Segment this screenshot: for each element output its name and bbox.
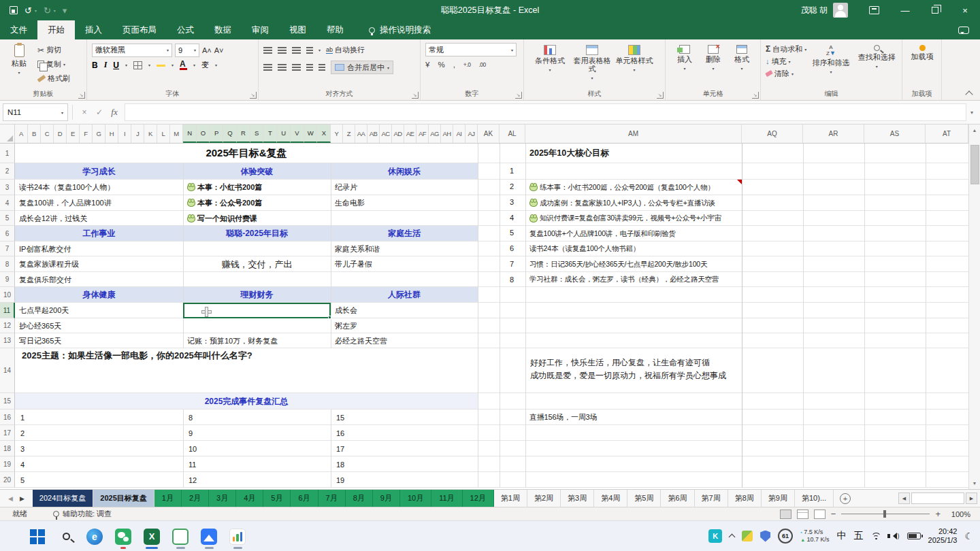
cell[interactable]: 七点早起200天: [15, 303, 183, 318]
sheet-tab-week[interactable]: 第1周: [494, 490, 527, 507]
cell[interactable]: 19: [336, 472, 344, 488]
column-header[interactable]: Z: [343, 124, 355, 143]
sheet-tab-week[interactable]: 第10)...: [795, 490, 834, 507]
cell[interactable]: 17: [336, 441, 344, 456]
hscroll-right-icon[interactable]: ▶: [966, 492, 977, 504]
cell[interactable]: 8: [189, 410, 197, 425]
expand-formula-bar-icon[interactable]: ▾: [970, 110, 973, 116]
scroll-down-icon[interactable]: ▼: [969, 478, 980, 489]
cell[interactable]: 6: [500, 241, 524, 256]
save-icon[interactable]: [10, 6, 18, 14]
conditional-formatting-button[interactable]: 条件格式▾: [529, 43, 571, 89]
column-header[interactable]: A: [15, 124, 28, 143]
alignment-dialog-launcher[interactable]: ↘: [412, 92, 419, 99]
cell[interactable]: 家庭关系和谐: [331, 241, 478, 256]
tray-app-icon[interactable]: K: [708, 529, 722, 543]
night-mode-icon[interactable]: ☾: [964, 531, 973, 541]
cell[interactable]: 5: [20, 472, 24, 488]
sort-filter-button[interactable]: AZ▼ 排序和筛选▾: [809, 43, 852, 89]
row-header-selected[interactable]: 11: [0, 303, 15, 318]
column-header[interactable]: AG: [429, 124, 441, 143]
cell[interactable]: 7: [500, 256, 524, 272]
row-header[interactable]: 8: [0, 256, 15, 272]
panel-item[interactable]: 习惯：日记365天/抄心经365天/七点早起200天/散步100天: [525, 256, 741, 272]
column-header[interactable]: AB: [368, 124, 380, 143]
column-header[interactable]: H: [105, 124, 118, 143]
start-button[interactable]: [29, 524, 46, 549]
zoom-out-icon[interactable]: −: [831, 509, 836, 519]
cell[interactable]: 生命电影: [331, 195, 478, 211]
sheet-tab-month[interactable]: 7月: [318, 490, 346, 507]
styles-dialog-launcher[interactable]: ↘: [657, 92, 664, 99]
fill-color-button[interactable]: [157, 64, 165, 67]
sheet-tab-week[interactable]: 第6周: [661, 490, 694, 507]
font-family-select[interactable]: 微软雅黑▾: [92, 44, 172, 57]
align-left-icon[interactable]: [263, 64, 272, 71]
column-header[interactable]: AT: [926, 124, 968, 143]
cell[interactable]: 写一个知识付费课: [183, 211, 331, 226]
align-top-icon[interactable]: [263, 47, 272, 54]
motivation-note[interactable]: 好好工作，快乐生活，用心复盘，让生命有迹可循 成功既是爱，爱是一切原动力，祝福所…: [530, 356, 726, 382]
shrink-font-button[interactable]: A˅: [214, 43, 224, 57]
align-bottom-icon[interactable]: [292, 47, 301, 54]
cell[interactable]: 8: [500, 271, 524, 287]
increase-indent-icon[interactable]: [318, 64, 325, 71]
cell[interactable]: 复盘家族课程升级: [15, 256, 183, 272]
underline-button[interactable]: U: [113, 61, 119, 70]
column-header[interactable]: AC: [380, 124, 392, 143]
cell[interactable]: 16: [336, 425, 344, 441]
sheet-tab-month[interactable]: 1月: [154, 490, 182, 507]
tab-view[interactable]: 视图: [279, 20, 316, 39]
cell[interactable]: IP创富私教交付: [15, 241, 183, 256]
column-header[interactable]: AJ: [466, 124, 478, 143]
user-name[interactable]: 茂聪 胡: [801, 5, 828, 16]
font-dialog-launcher[interactable]: ↘: [250, 92, 257, 99]
tray-expand-icon[interactable]: [729, 534, 736, 541]
column-header-selected[interactable]: R: [237, 124, 250, 143]
cloud-docs-button[interactable]: [200, 524, 218, 549]
cell[interactable]: 3: [20, 441, 24, 456]
font-color-button[interactable]: A: [180, 61, 187, 70]
zoom-level[interactable]: 100%: [946, 510, 970, 518]
cell[interactable]: 4: [20, 456, 24, 472]
column-header[interactable]: AE: [404, 124, 416, 143]
phonetic-button[interactable]: 变: [201, 60, 209, 70]
copy-button[interactable]: 复制▾: [37, 57, 70, 71]
column-header[interactable]: K: [144, 124, 157, 143]
align-right-icon[interactable]: [292, 64, 301, 71]
column-header[interactable]: AA: [355, 124, 368, 143]
ime-indicator[interactable]: 中: [837, 530, 847, 542]
column-header[interactable]: L: [157, 124, 170, 143]
edge-browser-button[interactable]: e: [86, 524, 103, 549]
cell[interactable]: 10: [189, 441, 197, 456]
cell[interactable]: 4: [500, 210, 524, 225]
cell[interactable]: 读书24本（复盘100个人物）: [15, 180, 183, 195]
section-header[interactable]: 人际社群: [331, 289, 478, 301]
zoom-slider[interactable]: [841, 514, 930, 514]
cell[interactable]: 复盘俱乐部交付: [15, 272, 183, 287]
sheet-tab-month[interactable]: 9月: [373, 490, 400, 507]
sheet-title-cell[interactable]: 2025年目标&复盘: [15, 144, 478, 163]
undo-icon[interactable]: ↺: [24, 5, 32, 16]
column-header-selected[interactable]: N: [183, 124, 197, 143]
column-header[interactable]: AM: [525, 124, 742, 143]
clear-button[interactable]: 清除▾: [766, 67, 806, 80]
sheet-tab-week[interactable]: 第8周: [728, 490, 762, 507]
insert-function-icon[interactable]: fx: [107, 107, 122, 118]
normal-view-icon[interactable]: [780, 510, 791, 519]
column-header-selected[interactable]: T: [263, 124, 277, 143]
vertical-scrollbar[interactable]: ▲ ▼: [968, 124, 980, 489]
row-header[interactable]: 12: [0, 318, 15, 333]
chart-app-button[interactable]: [229, 524, 246, 549]
cell[interactable]: 成长会12讲，过钱关: [15, 211, 183, 226]
grid-body[interactable]: 1 2 3 4 5 6 7 8 9 10 11 12 13 14 15 16 1…: [0, 144, 968, 489]
grow-font-button[interactable]: A˄: [202, 43, 212, 57]
horizontal-scroll-track[interactable]: [911, 492, 964, 504]
network-speed[interactable]: ▪ 7.5 K/s ▲ 10.7 K/s: [800, 529, 829, 544]
column-header[interactable]: AH: [441, 124, 453, 143]
sheet-tab-week[interactable]: 第2周: [527, 490, 561, 507]
borders-icon[interactable]: [133, 61, 142, 69]
section-header[interactable]: 工作事业: [15, 228, 183, 239]
row-header[interactable]: 5: [0, 211, 15, 226]
row-header[interactable]: 10: [0, 287, 15, 303]
